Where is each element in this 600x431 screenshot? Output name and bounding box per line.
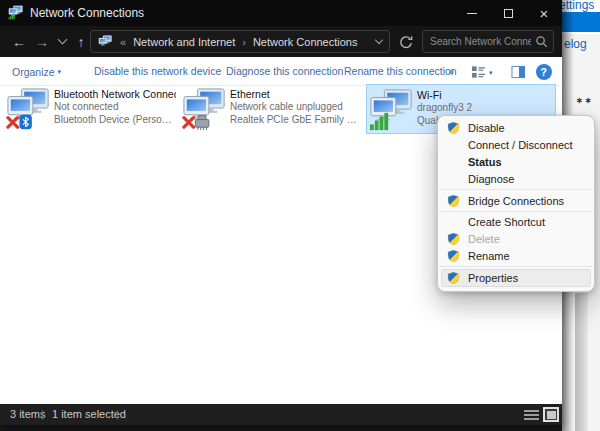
refresh-icon [399, 35, 413, 49]
maximize-icon [504, 9, 513, 18]
menu-item-properties[interactable]: Properties [441, 269, 591, 287]
list-view-icon [524, 410, 539, 412]
maximize-button[interactable] [490, 0, 526, 26]
status-divider: | [41, 408, 44, 420]
change-view-button[interactable] [470, 63, 487, 80]
menu-item-disable[interactable]: Disable [438, 120, 594, 137]
menu-item-status[interactable]: Status [438, 154, 594, 171]
view-dropdown-caret[interactable]: ▾ [489, 57, 493, 86]
uac-shield-icon [447, 232, 460, 246]
window-title: Network Connections [30, 6, 144, 20]
view-options-icon [471, 65, 486, 79]
breadcrumb-network-connections[interactable]: Network Connections [253, 36, 358, 48]
connection-device: Bluetooth Device (Personal Area ... [54, 114, 176, 127]
connection-tile-bluetooth[interactable]: Bluetooth Network Connection Not connect… [4, 84, 178, 134]
diagnose-connection-command[interactable]: Diagnose this connection [226, 57, 343, 86]
uac-shield-icon [447, 271, 460, 285]
close-button[interactable]: × [526, 0, 562, 26]
connection-status: Not connected [54, 101, 176, 114]
address-bar[interactable]: « Network and Internet › Network Connect… [90, 30, 390, 53]
minimize-icon [467, 13, 477, 14]
connection-status: Network cable unplugged [230, 101, 362, 114]
thumbnail-view-icon [547, 411, 556, 419]
background-window-scrollbar[interactable] [575, 293, 588, 431]
menu-item-bridge-connections[interactable]: Bridge Connections [438, 192, 594, 209]
uac-shield-icon [447, 249, 460, 263]
address-bar-row: ← → ↑ « Network and Internet › Network C… [0, 26, 562, 57]
connection-status: dragonfly3 2 [417, 102, 472, 115]
details-view-button[interactable] [524, 408, 539, 421]
uac-shield-icon [447, 121, 460, 135]
minimize-button[interactable] [454, 0, 490, 26]
menu-item-diagnose[interactable]: Diagnose [438, 170, 594, 187]
up-button[interactable]: ↑ [70, 30, 92, 53]
menu-item-create-shortcut[interactable]: Create Shortcut [438, 214, 594, 231]
menu-item-rename[interactable]: Rename [438, 248, 594, 265]
network-connections-icon [8, 5, 24, 20]
organize-menu-button[interactable]: Organize▾ [12, 57, 61, 86]
refresh-button[interactable] [394, 30, 418, 53]
chevron-down-icon: ▾ [58, 68, 62, 75]
wifi-adapter-icon [369, 87, 415, 133]
ethernet-adapter-icon [182, 86, 228, 132]
connection-name: Ethernet [230, 88, 362, 101]
background-window-text-fragment: ∗∗ [576, 96, 593, 105]
breadcrumb-network-and-internet[interactable]: Network and Internet [133, 36, 235, 48]
breadcrumb-separator-icon: › [242, 36, 246, 48]
address-dropdown-icon[interactable] [375, 36, 383, 44]
large-icons-view-button[interactable] [543, 407, 559, 422]
recent-locations-button[interactable] [55, 30, 69, 53]
menu-item-connect-disconnect[interactable]: Connect / Disconnect [438, 137, 594, 154]
forward-button[interactable]: → [31, 30, 53, 53]
connection-tile-ethernet[interactable]: Ethernet Network cable unplugged Realtek… [180, 84, 364, 134]
back-button[interactable]: ← [8, 30, 30, 53]
menu-separator [439, 189, 593, 190]
disable-device-command[interactable]: Disable this network device [94, 57, 221, 86]
preview-pane-icon [511, 65, 526, 79]
selected-count: 1 item selected [52, 408, 126, 420]
menu-item-delete[interactable]: Delete [438, 231, 594, 248]
help-icon: ? [536, 64, 552, 80]
rename-connection-command[interactable]: Rename this connection [344, 57, 457, 86]
help-button[interactable]: ? [535, 63, 552, 80]
more-commands-button[interactable]: » [448, 57, 454, 86]
folder-location-icon [98, 35, 113, 49]
title-bar: Network Connections × [0, 0, 562, 26]
preview-pane-button[interactable] [510, 63, 527, 80]
wifi-context-menu: Disable Connect / Disconnect Status Diag… [437, 115, 595, 292]
search-icon [535, 35, 548, 48]
command-bar: Organize▾ Disable this network device Di… [0, 57, 562, 86]
menu-separator [439, 266, 593, 267]
breadcrumb-collapse-icon[interactable]: « [120, 36, 126, 48]
uac-shield-icon [447, 194, 460, 208]
connection-device: Realtek PCIe GbE Family Controller [230, 114, 362, 127]
search-input[interactable] [423, 36, 535, 47]
bluetooth-adapter-icon [6, 86, 52, 132]
connection-name: Bluetooth Network Connection [54, 88, 176, 101]
close-icon: × [540, 6, 549, 21]
chevron-down-icon [57, 35, 67, 45]
status-bar: 3 items | 1 item selected | [0, 404, 562, 425]
menu-separator [439, 211, 593, 212]
status-divider: | [116, 408, 119, 420]
connection-name: Wi-Fi [417, 89, 472, 102]
search-box [422, 30, 554, 53]
